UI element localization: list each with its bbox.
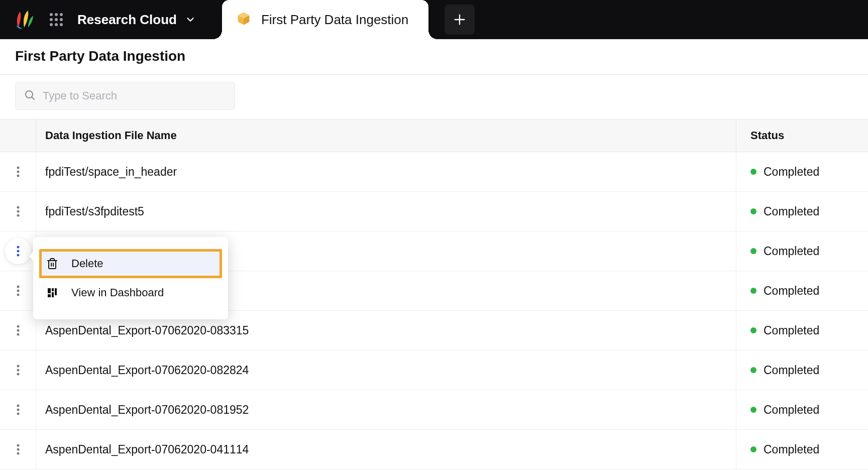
svg-rect-40 bbox=[52, 288, 54, 291]
row-file-name: fpdiTest/space_in_header bbox=[36, 152, 736, 191]
row-actions-button[interactable] bbox=[8, 320, 28, 340]
svg-point-14 bbox=[17, 171, 19, 173]
search-input[interactable] bbox=[43, 89, 227, 102]
row-status: Completed bbox=[736, 231, 868, 271]
row-actions-button[interactable] bbox=[8, 360, 28, 380]
svg-rect-42 bbox=[48, 294, 51, 297]
svg-point-0 bbox=[50, 13, 53, 16]
row-status-text: Completed bbox=[764, 205, 819, 218]
svg-point-16 bbox=[17, 206, 19, 209]
row-actions-cell bbox=[0, 430, 36, 469]
row-actions-cell bbox=[0, 350, 36, 390]
status-dot-icon bbox=[750, 407, 756, 413]
table-row: fpdiTest/space_in_header Completed bbox=[0, 152, 868, 192]
page-title: First Party Data Ingestion bbox=[15, 48, 853, 64]
row-actions-cell bbox=[0, 152, 36, 191]
row-file-name: fpdiTest/s3fpditest5 bbox=[36, 192, 736, 231]
status-dot-icon bbox=[750, 446, 756, 452]
chevron-down-icon bbox=[185, 14, 196, 25]
svg-line-12 bbox=[32, 97, 34, 99]
row-actions-cell bbox=[0, 311, 36, 350]
row-actions-button[interactable] bbox=[8, 400, 28, 420]
svg-point-21 bbox=[17, 254, 19, 257]
status-dot-icon bbox=[750, 327, 756, 333]
row-actions-cell bbox=[0, 390, 36, 429]
cube-icon bbox=[236, 11, 251, 28]
new-tab-button[interactable] bbox=[445, 5, 475, 35]
row-status: Completed bbox=[736, 152, 868, 191]
tab-data-ingestion[interactable]: First Party Data Ingestion bbox=[222, 0, 428, 39]
column-header-actions bbox=[0, 120, 36, 152]
status-dot-icon bbox=[750, 169, 756, 175]
row-file-name: AspenDental_Export-07062020-041114 bbox=[36, 430, 736, 469]
row-file-name: AspenDental_Export-07062020-081952 bbox=[36, 390, 736, 429]
row-actions-button[interactable] bbox=[8, 241, 28, 261]
row-status-text: Completed bbox=[764, 324, 819, 337]
row-actions-cell bbox=[0, 192, 36, 231]
svg-point-28 bbox=[17, 365, 19, 368]
svg-point-2 bbox=[60, 13, 63, 16]
svg-rect-41 bbox=[55, 288, 57, 295]
svg-point-32 bbox=[17, 409, 19, 411]
svg-point-22 bbox=[17, 286, 19, 288]
topbar: Research Cloud First Party Data Ingestio… bbox=[0, 0, 868, 39]
svg-point-8 bbox=[60, 23, 63, 26]
status-dot-icon bbox=[750, 208, 756, 214]
menu-item-view-dashboard[interactable]: View in Dashboard bbox=[33, 278, 228, 307]
search-icon bbox=[24, 89, 36, 103]
column-header-status: Status bbox=[736, 120, 868, 152]
menu-item-view-label: View in Dashboard bbox=[71, 286, 164, 299]
row-status-text: Completed bbox=[764, 403, 819, 417]
table-header: Data Ingestion File Name Status bbox=[0, 119, 868, 152]
row-status: Completed bbox=[736, 192, 868, 231]
svg-point-15 bbox=[17, 175, 19, 177]
svg-point-35 bbox=[17, 448, 19, 451]
svg-point-7 bbox=[55, 23, 58, 26]
svg-point-23 bbox=[17, 290, 19, 292]
svg-point-19 bbox=[17, 246, 19, 249]
row-status: Completed bbox=[736, 271, 868, 310]
tab-label: First Party Data Ingestion bbox=[261, 12, 408, 28]
svg-point-24 bbox=[17, 294, 19, 296]
row-actions-button[interactable] bbox=[8, 162, 28, 182]
status-dot-icon bbox=[750, 288, 756, 294]
row-status-text: Completed bbox=[764, 165, 819, 179]
table-row: fpdiTest/s3fpditest5 Completed bbox=[0, 192, 868, 231]
status-dot-icon bbox=[750, 248, 756, 254]
row-status-text: Completed bbox=[764, 284, 819, 298]
workspace-label: Research Cloud bbox=[77, 12, 177, 28]
row-actions-button[interactable] bbox=[8, 201, 28, 221]
svg-point-36 bbox=[17, 452, 19, 455]
row-status: Completed bbox=[736, 311, 868, 350]
row-status-text: Completed bbox=[764, 245, 819, 258]
table-row: AspenDental_Export-07062020-041114 Compl… bbox=[0, 430, 868, 469]
row-status: Completed bbox=[736, 350, 868, 390]
svg-point-3 bbox=[50, 18, 53, 21]
table-row: AspenDental_Export-07062020-082824 Compl… bbox=[0, 350, 868, 390]
svg-point-5 bbox=[60, 18, 63, 21]
svg-point-34 bbox=[17, 444, 19, 447]
svg-point-26 bbox=[17, 329, 19, 332]
workspace-selector[interactable]: Research Cloud bbox=[77, 12, 196, 28]
svg-rect-39 bbox=[48, 288, 51, 293]
svg-point-27 bbox=[17, 333, 19, 336]
app-launcher-button[interactable] bbox=[46, 10, 66, 30]
row-actions-button[interactable] bbox=[8, 439, 28, 459]
svg-rect-43 bbox=[52, 292, 54, 297]
row-status-text: Completed bbox=[764, 443, 819, 456]
table-row: AspenDental_Export-07062020-081952 Compl… bbox=[0, 390, 868, 430]
search-box[interactable] bbox=[15, 82, 235, 110]
search-region bbox=[0, 75, 868, 119]
svg-point-6 bbox=[50, 23, 53, 26]
svg-point-18 bbox=[17, 214, 19, 217]
menu-item-delete[interactable]: Delete bbox=[39, 249, 222, 278]
svg-point-20 bbox=[17, 250, 19, 253]
menu-item-delete-label: Delete bbox=[71, 257, 103, 270]
column-header-name: Data Ingestion File Name bbox=[36, 120, 736, 152]
svg-point-29 bbox=[17, 369, 19, 372]
svg-point-31 bbox=[17, 405, 19, 407]
row-actions-button[interactable] bbox=[8, 281, 28, 301]
row-file-name: AspenDental_Export-07062020-082824 bbox=[36, 350, 736, 390]
svg-point-17 bbox=[17, 210, 19, 213]
status-dot-icon bbox=[750, 367, 756, 373]
